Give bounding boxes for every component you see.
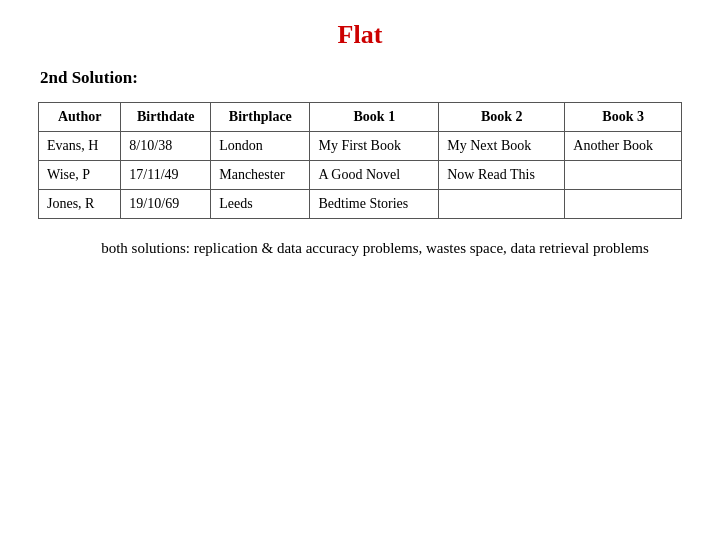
col-header-birthplace: Birthplace bbox=[211, 103, 310, 132]
cell-birthplace: London bbox=[211, 132, 310, 161]
col-header-book3: Book 3 bbox=[565, 103, 682, 132]
footer-text: both solutions: replication & data accur… bbox=[60, 237, 690, 260]
cell-book3: Another Book bbox=[565, 132, 682, 161]
cell-book3 bbox=[565, 190, 682, 219]
cell-book1: Bedtime Stories bbox=[310, 190, 439, 219]
cell-book1: My First Book bbox=[310, 132, 439, 161]
cell-book1: A Good Novel bbox=[310, 161, 439, 190]
page-title: Flat bbox=[30, 20, 690, 50]
cell-birthplace: Leeds bbox=[211, 190, 310, 219]
cell-author: Evans, H bbox=[39, 132, 121, 161]
cell-book3 bbox=[565, 161, 682, 190]
cell-book2 bbox=[439, 190, 565, 219]
cell-birthdate: 19/10/69 bbox=[121, 190, 211, 219]
table-row: Wise, P17/11/49ManchesterA Good NovelNow… bbox=[39, 161, 682, 190]
cell-birthdate: 8/10/38 bbox=[121, 132, 211, 161]
section-label: 2nd Solution: bbox=[40, 68, 690, 88]
col-header-birthdate: Birthdate bbox=[121, 103, 211, 132]
cell-book2: Now Read This bbox=[439, 161, 565, 190]
flat-table: Author Birthdate Birthplace Book 1 Book … bbox=[38, 102, 682, 219]
table-header-row: Author Birthdate Birthplace Book 1 Book … bbox=[39, 103, 682, 132]
col-header-book2: Book 2 bbox=[439, 103, 565, 132]
table-row: Evans, H8/10/38LondonMy First BookMy Nex… bbox=[39, 132, 682, 161]
cell-author: Wise, P bbox=[39, 161, 121, 190]
col-header-author: Author bbox=[39, 103, 121, 132]
cell-book2: My Next Book bbox=[439, 132, 565, 161]
cell-author: Jones, R bbox=[39, 190, 121, 219]
cell-birthplace: Manchester bbox=[211, 161, 310, 190]
cell-birthdate: 17/11/49 bbox=[121, 161, 211, 190]
data-table-wrapper: Author Birthdate Birthplace Book 1 Book … bbox=[38, 102, 682, 219]
col-header-book1: Book 1 bbox=[310, 103, 439, 132]
table-row: Jones, R19/10/69LeedsBedtime Stories bbox=[39, 190, 682, 219]
